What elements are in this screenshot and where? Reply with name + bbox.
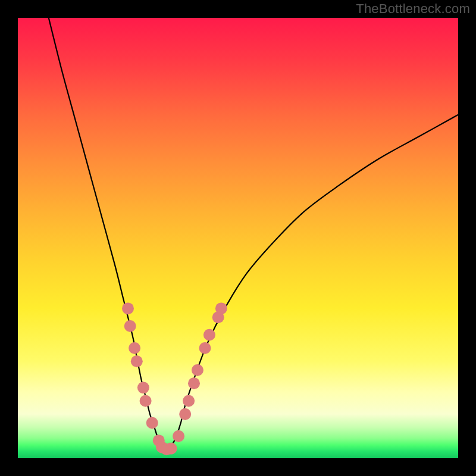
marker-dot — [146, 417, 158, 429]
marker-dot — [122, 302, 134, 314]
curve-right-branch — [168, 115, 458, 449]
marker-dot — [199, 342, 211, 354]
marker-dot — [124, 320, 136, 332]
marker-dot — [173, 430, 184, 442]
watermark-text: TheBottleneck.com — [356, 1, 470, 17]
marker-dot — [215, 302, 227, 314]
marker-dot — [188, 377, 200, 389]
chart-svg — [18, 18, 458, 458]
marker-dot — [192, 364, 203, 376]
chart-frame: TheBottleneck.com — [0, 0, 476, 476]
marker-dot — [131, 355, 143, 367]
marker-dot — [203, 329, 215, 341]
marker-dot — [129, 342, 140, 354]
marker-dot — [179, 408, 191, 420]
plot-area — [18, 18, 458, 458]
highlighted-markers — [122, 302, 227, 455]
marker-dot — [140, 395, 152, 407]
marker-dot — [165, 443, 177, 455]
marker-dot — [137, 382, 149, 394]
marker-dot — [183, 395, 195, 407]
